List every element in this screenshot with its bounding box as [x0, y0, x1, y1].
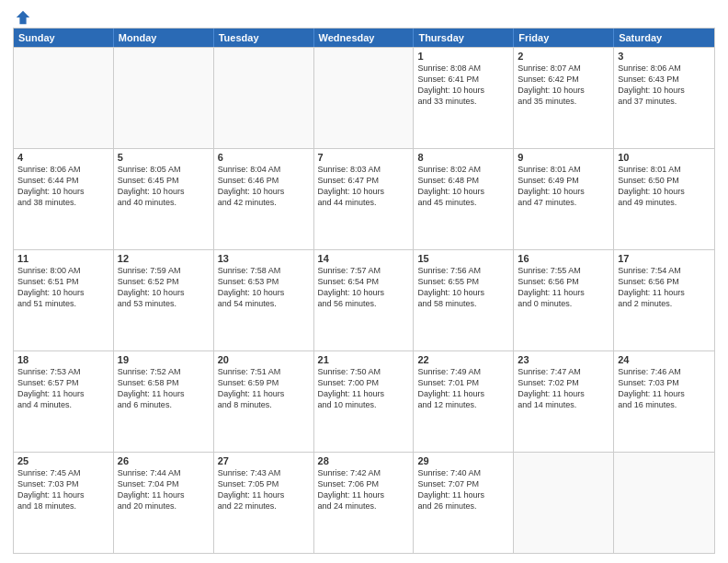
calendar-cell: 19Sunrise: 7:52 AM Sunset: 6:58 PM Dayli…: [114, 351, 214, 452]
day-header-thursday: Thursday: [414, 29, 514, 47]
day-info: Sunrise: 7:49 AM Sunset: 7:01 PM Dayligh…: [417, 366, 509, 411]
day-number: 18: [17, 354, 109, 365]
calendar-cell: 17Sunrise: 7:54 AM Sunset: 6:56 PM Dayli…: [614, 250, 714, 350]
calendar-cell: 26Sunrise: 7:44 AM Sunset: 7:04 PM Dayli…: [114, 453, 214, 553]
calendar-cell: [214, 48, 314, 148]
calendar-cell: 8Sunrise: 8:02 AM Sunset: 6:48 PM Daylig…: [414, 149, 514, 249]
calendar-cell: 7Sunrise: 8:03 AM Sunset: 6:47 PM Daylig…: [314, 149, 415, 249]
day-info: Sunrise: 8:07 AM Sunset: 6:42 PM Dayligh…: [518, 63, 609, 108]
calendar: SundayMondayTuesdayWednesdayThursdayFrid…: [13, 28, 715, 554]
day-number: 4: [17, 152, 109, 163]
day-number: 28: [318, 455, 410, 466]
calendar-cell: 3Sunrise: 8:06 AM Sunset: 6:43 PM Daylig…: [614, 48, 714, 148]
calendar-cell: 29Sunrise: 7:40 AM Sunset: 7:07 PM Dayli…: [414, 453, 514, 553]
calendar-cell: [114, 48, 214, 148]
day-info: Sunrise: 7:42 AM Sunset: 7:06 PM Dayligh…: [318, 467, 410, 512]
calendar-cell: 2Sunrise: 8:07 AM Sunset: 6:42 PM Daylig…: [514, 48, 614, 148]
header: [13, 9, 715, 22]
calendar-row-2: 4Sunrise: 8:06 AM Sunset: 6:44 PM Daylig…: [14, 148, 714, 249]
calendar-row-4: 18Sunrise: 7:53 AM Sunset: 6:57 PM Dayli…: [14, 350, 714, 452]
calendar-cell: 10Sunrise: 8:01 AM Sunset: 6:50 PM Dayli…: [614, 149, 714, 249]
page: SundayMondayTuesdayWednesdayThursdayFrid…: [0, 0, 728, 563]
calendar-cell: 16Sunrise: 7:55 AM Sunset: 6:56 PM Dayli…: [514, 250, 614, 350]
calendar-cell: 23Sunrise: 7:47 AM Sunset: 7:02 PM Dayli…: [514, 351, 614, 452]
day-number: 1: [417, 51, 509, 62]
day-number: 15: [417, 253, 509, 264]
calendar-cell: 1Sunrise: 8:08 AM Sunset: 6:41 PM Daylig…: [414, 48, 514, 148]
day-info: Sunrise: 8:01 AM Sunset: 6:49 PM Dayligh…: [518, 164, 609, 209]
day-info: Sunrise: 7:43 AM Sunset: 7:05 PM Dayligh…: [218, 467, 310, 512]
calendar-cell: 20Sunrise: 7:51 AM Sunset: 6:59 PM Dayli…: [214, 351, 314, 452]
calendar-cell: 28Sunrise: 7:42 AM Sunset: 7:06 PM Dayli…: [314, 453, 415, 553]
day-number: 23: [518, 354, 609, 365]
calendar-cell: [514, 453, 614, 553]
day-info: Sunrise: 8:04 AM Sunset: 6:46 PM Dayligh…: [218, 164, 310, 209]
day-info: Sunrise: 7:47 AM Sunset: 7:02 PM Dayligh…: [518, 366, 609, 411]
calendar-cell: 4Sunrise: 8:06 AM Sunset: 6:44 PM Daylig…: [14, 149, 114, 249]
day-number: 10: [618, 152, 711, 163]
day-info: Sunrise: 8:02 AM Sunset: 6:48 PM Dayligh…: [417, 164, 509, 209]
day-info: Sunrise: 7:59 AM Sunset: 6:52 PM Dayligh…: [118, 265, 210, 310]
day-info: Sunrise: 8:06 AM Sunset: 6:43 PM Dayligh…: [618, 63, 711, 108]
calendar-cell: 15Sunrise: 7:56 AM Sunset: 6:55 PM Dayli…: [414, 250, 514, 350]
day-header-saturday: Saturday: [614, 29, 714, 47]
calendar-cell: 27Sunrise: 7:43 AM Sunset: 7:05 PM Dayli…: [214, 453, 314, 553]
day-number: 3: [618, 51, 711, 62]
day-info: Sunrise: 7:54 AM Sunset: 6:56 PM Dayligh…: [618, 265, 711, 310]
day-info: Sunrise: 7:58 AM Sunset: 6:53 PM Dayligh…: [218, 265, 310, 310]
day-number: 29: [417, 455, 509, 466]
day-number: 7: [318, 152, 410, 163]
calendar-row-3: 11Sunrise: 8:00 AM Sunset: 6:51 PM Dayli…: [14, 249, 714, 350]
day-number: 6: [218, 152, 310, 163]
day-info: Sunrise: 8:05 AM Sunset: 6:45 PM Dayligh…: [118, 164, 210, 209]
day-number: 19: [118, 354, 210, 365]
day-info: Sunrise: 7:53 AM Sunset: 6:57 PM Dayligh…: [17, 366, 109, 411]
day-number: 2: [518, 51, 609, 62]
calendar-cell: [614, 453, 714, 553]
calendar-cell: [314, 48, 415, 148]
calendar-cell: 5Sunrise: 8:05 AM Sunset: 6:45 PM Daylig…: [114, 149, 214, 249]
calendar-cell: 13Sunrise: 7:58 AM Sunset: 6:53 PM Dayli…: [214, 250, 314, 350]
day-number: 11: [17, 253, 109, 264]
day-info: Sunrise: 7:57 AM Sunset: 6:54 PM Dayligh…: [318, 265, 410, 310]
day-number: 16: [518, 253, 609, 264]
day-info: Sunrise: 8:00 AM Sunset: 6:51 PM Dayligh…: [17, 265, 109, 310]
calendar-cell: 21Sunrise: 7:50 AM Sunset: 7:00 PM Dayli…: [314, 351, 415, 452]
day-header-friday: Friday: [514, 29, 614, 47]
calendar-cell: 14Sunrise: 7:57 AM Sunset: 6:54 PM Dayli…: [314, 250, 415, 350]
day-number: 22: [417, 354, 509, 365]
day-info: Sunrise: 7:44 AM Sunset: 7:04 PM Dayligh…: [118, 467, 210, 512]
day-info: Sunrise: 7:45 AM Sunset: 7:03 PM Dayligh…: [17, 467, 109, 512]
calendar-cell: 11Sunrise: 8:00 AM Sunset: 6:51 PM Dayli…: [14, 250, 114, 350]
day-number: 13: [218, 253, 310, 264]
day-number: 26: [118, 455, 210, 466]
calendar-cell: 24Sunrise: 7:46 AM Sunset: 7:03 PM Dayli…: [614, 351, 714, 452]
day-header-wednesday: Wednesday: [314, 29, 415, 47]
day-info: Sunrise: 7:51 AM Sunset: 6:59 PM Dayligh…: [218, 366, 310, 411]
day-info: Sunrise: 8:06 AM Sunset: 6:44 PM Dayligh…: [17, 164, 109, 209]
calendar-row-1: 1Sunrise: 8:08 AM Sunset: 6:41 PM Daylig…: [14, 47, 714, 148]
day-number: 8: [417, 152, 509, 163]
day-info: Sunrise: 7:50 AM Sunset: 7:00 PM Dayligh…: [318, 366, 410, 411]
day-info: Sunrise: 8:03 AM Sunset: 6:47 PM Dayligh…: [318, 164, 410, 209]
svg-marker-0: [17, 11, 29, 24]
calendar-cell: 12Sunrise: 7:59 AM Sunset: 6:52 PM Dayli…: [114, 250, 214, 350]
calendar-cell: 25Sunrise: 7:45 AM Sunset: 7:03 PM Dayli…: [14, 453, 114, 553]
day-info: Sunrise: 7:52 AM Sunset: 6:58 PM Dayligh…: [118, 366, 210, 411]
day-info: Sunrise: 8:01 AM Sunset: 6:50 PM Dayligh…: [618, 164, 711, 209]
day-number: 20: [218, 354, 310, 365]
day-info: Sunrise: 7:55 AM Sunset: 6:56 PM Dayligh…: [518, 265, 609, 310]
calendar-cell: 22Sunrise: 7:49 AM Sunset: 7:01 PM Dayli…: [414, 351, 514, 452]
logo: [13, 9, 31, 22]
day-header-tuesday: Tuesday: [214, 29, 314, 47]
day-number: 5: [118, 152, 210, 163]
day-number: 21: [318, 354, 410, 365]
day-info: Sunrise: 7:40 AM Sunset: 7:07 PM Dayligh…: [417, 467, 509, 512]
day-number: 17: [618, 253, 711, 264]
day-number: 12: [118, 253, 210, 264]
calendar-body: 1Sunrise: 8:08 AM Sunset: 6:41 PM Daylig…: [14, 47, 714, 553]
day-header-sunday: Sunday: [14, 29, 114, 47]
day-info: Sunrise: 8:08 AM Sunset: 6:41 PM Dayligh…: [417, 63, 509, 108]
day-info: Sunrise: 7:46 AM Sunset: 7:03 PM Dayligh…: [618, 366, 711, 411]
day-info: Sunrise: 7:56 AM Sunset: 6:55 PM Dayligh…: [417, 265, 509, 310]
